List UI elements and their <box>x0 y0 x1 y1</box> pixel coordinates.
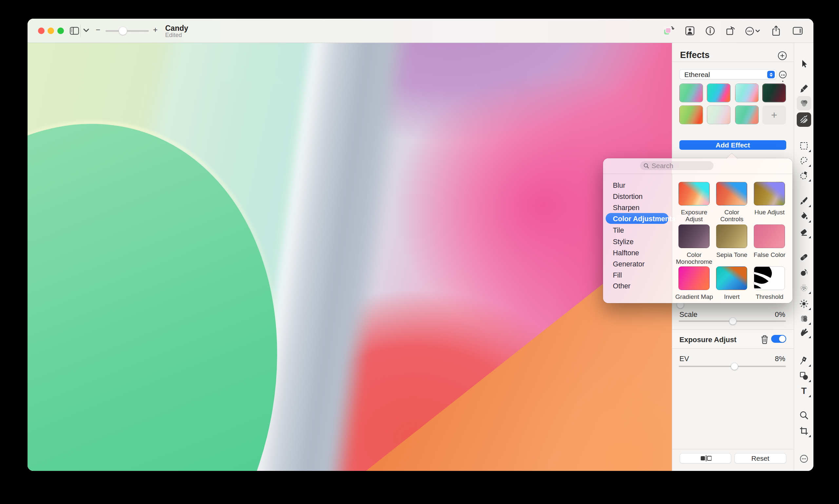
ev-slider-knob[interactable] <box>731 363 738 370</box>
category-color-adjustments[interactable]: Color Adjustments <box>613 215 668 223</box>
sponge-tool-icon[interactable] <box>799 313 809 323</box>
preset-thumbnail[interactable] <box>735 106 759 124</box>
fullscreen-button[interactable] <box>57 28 64 34</box>
rotate-icon[interactable] <box>725 25 736 36</box>
search-icon <box>643 163 649 169</box>
search-input[interactable] <box>651 162 707 170</box>
add-effect-popover: Blur Distortion Sharpen Color Adjustment… <box>603 158 792 303</box>
minimize-button[interactable] <box>48 28 54 34</box>
preset-thumbnail[interactable] <box>679 106 703 124</box>
add-preset-button[interactable] <box>777 51 788 62</box>
effect-label: Sepia Tone <box>712 251 751 258</box>
zoom-in-button[interactable]: + <box>153 25 158 34</box>
panel-title: Effects <box>680 50 710 60</box>
zoom-slider-knob[interactable] <box>119 26 127 35</box>
category-halftone[interactable]: Halftone <box>613 249 668 257</box>
divider <box>672 61 794 62</box>
effect-sepia-tone[interactable] <box>716 224 747 248</box>
zoom-slider-track[interactable] <box>106 30 149 32</box>
document-status: Edited <box>165 32 237 39</box>
warp-tool-icon[interactable] <box>799 327 809 337</box>
category-stylize[interactable]: Stylize <box>613 238 668 246</box>
search-field[interactable] <box>640 161 713 170</box>
scale-slider-knob[interactable] <box>729 318 736 325</box>
preset-thumbnail[interactable] <box>707 84 731 102</box>
titlebar: − + Candy Edited <box>28 19 814 43</box>
compare-button[interactable] <box>680 453 731 463</box>
free-select-tool-icon[interactable] <box>799 156 809 165</box>
pen-tool-icon[interactable] <box>799 356 809 365</box>
reset-button[interactable]: Reset <box>734 453 786 463</box>
exposure-section-title: Exposure Adjust <box>679 336 736 344</box>
add-preset-tile[interactable]: + <box>762 106 786 125</box>
paint-brush-tool-icon[interactable] <box>799 196 809 206</box>
rect-select-tool-icon[interactable] <box>799 141 809 151</box>
more-menu-icon[interactable] <box>744 26 762 36</box>
sidebar-chevron-button[interactable] <box>83 28 90 33</box>
pixelate-tool-icon[interactable] <box>799 283 809 293</box>
category-sharpen[interactable]: Sharpen <box>613 204 668 212</box>
pointer-tool-icon[interactable] <box>799 59 809 69</box>
portrait-icon[interactable] <box>684 25 695 36</box>
fill-bucket-tool-icon[interactable] <box>799 211 809 221</box>
scale-label: Scale <box>679 310 697 319</box>
zoom-out-button[interactable]: − <box>96 25 100 34</box>
color-adjustments-tool-icon[interactable] <box>799 98 809 108</box>
preset-options-button[interactable] <box>779 71 787 78</box>
smart-select-tool-icon[interactable] <box>799 170 809 180</box>
text-tool-icon[interactable]: T <box>799 386 809 396</box>
toggle-left-sidebar-button[interactable] <box>69 25 80 36</box>
stepper-icon <box>767 71 775 78</box>
crop-tool-icon[interactable] <box>799 426 809 436</box>
effect-color-monochrome[interactable] <box>678 224 710 248</box>
more-tools-icon[interactable] <box>799 454 809 464</box>
effect-gradient-map[interactable] <box>678 266 710 290</box>
effect-hue-adjust[interactable] <box>754 182 785 205</box>
effect-label: False Color <box>750 251 789 258</box>
share-icon[interactable] <box>770 25 782 37</box>
effect-false-color[interactable] <box>754 224 785 248</box>
category-generator[interactable]: Generator <box>613 260 668 268</box>
toggle-right-sidebar-button[interactable] <box>792 25 804 36</box>
tool-strip: T <box>794 43 814 471</box>
document-title: Candy <box>165 24 237 33</box>
effect-label: Color Monochrome <box>675 251 714 265</box>
divider <box>672 348 794 349</box>
image-canvas[interactable] <box>28 43 672 471</box>
scale-value: 0% <box>775 310 785 319</box>
repair-tool-icon[interactable] <box>799 252 809 262</box>
preset-thumbnail[interactable] <box>735 84 759 102</box>
clone-tool-icon[interactable] <box>799 268 809 277</box>
effects-tool-icon[interactable] <box>799 115 809 125</box>
divider <box>672 449 794 449</box>
eraser-tool-icon[interactable] <box>799 227 809 237</box>
delete-effect-button[interactable] <box>760 335 769 346</box>
shapes-tool-icon[interactable] <box>799 371 809 381</box>
effect-exposure-adjust[interactable] <box>678 182 710 205</box>
effect-color-controls[interactable] <box>716 182 747 205</box>
effect-label: Threshold <box>750 293 789 300</box>
category-blur[interactable]: Blur <box>613 182 668 190</box>
popover-column-divider <box>672 174 672 303</box>
preset-thumbnail[interactable] <box>762 84 786 102</box>
zoom-tool-icon[interactable] <box>799 410 809 420</box>
ev-label: EV <box>679 355 689 363</box>
effect-enabled-toggle[interactable] <box>771 335 786 343</box>
effect-threshold[interactable] <box>754 266 785 290</box>
effect-label: Exposure Adjust <box>675 209 714 222</box>
style-tool-icon[interactable] <box>799 84 809 93</box>
lighten-tool-icon[interactable] <box>799 299 809 309</box>
color-swap-icon[interactable] <box>663 25 675 36</box>
close-button[interactable] <box>38 28 44 34</box>
category-distortion[interactable]: Distortion <box>613 193 668 201</box>
effect-invert[interactable] <box>716 266 747 290</box>
preset-dropdown[interactable]: Ethereal <box>679 70 776 79</box>
popover-header-divider <box>603 174 792 174</box>
category-other[interactable]: Other <box>613 282 668 290</box>
add-effect-button[interactable]: Add Effect <box>679 140 786 150</box>
info-icon[interactable] <box>704 25 716 36</box>
category-fill[interactable]: Fill <box>613 271 668 280</box>
category-tile[interactable]: Tile <box>613 227 668 235</box>
preset-thumbnail[interactable] <box>679 84 703 102</box>
preset-thumbnail[interactable] <box>707 106 731 124</box>
